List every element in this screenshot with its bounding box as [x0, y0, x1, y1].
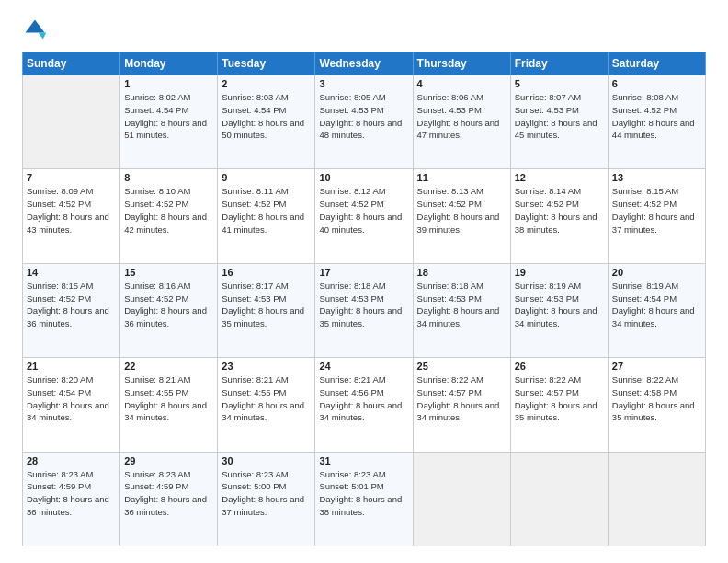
day-number: 9: [222, 172, 311, 183]
daylight-text: Daylight: 8 hours and 37 minutes.: [612, 211, 701, 236]
day-number: 2: [222, 78, 311, 89]
calendar-cell: 6Sunrise: 8:08 AMSunset: 4:52 PMDaylight…: [608, 75, 705, 169]
sunrise-text: Sunrise: 8:13 AM: [417, 185, 506, 198]
sunset-text: Sunset: 4:52 PM: [124, 293, 213, 305]
daylight-text: Daylight: 8 hours and 35 minutes.: [612, 399, 701, 425]
cell-content: Sunrise: 8:05 AMSunset: 4:53 PMDaylight:…: [319, 91, 408, 142]
calendar-cell: 12Sunrise: 8:14 AMSunset: 4:52 PMDayligh…: [510, 169, 608, 263]
calendar-cell: 13Sunrise: 8:15 AMSunset: 4:52 PMDayligh…: [608, 169, 705, 263]
daylight-text: Daylight: 8 hours and 47 minutes.: [417, 117, 506, 143]
day-number: 20: [612, 267, 701, 278]
calendar-cell: 2Sunrise: 8:03 AMSunset: 4:54 PMDaylight…: [218, 75, 315, 169]
daylight-text: Daylight: 8 hours and 34 minutes.: [319, 399, 408, 425]
sunset-text: Sunset: 4:56 PM: [319, 386, 408, 399]
day-number: 15: [124, 267, 213, 278]
calendar-cell: 5Sunrise: 8:07 AMSunset: 4:53 PMDaylight…: [510, 75, 608, 169]
weekday-header: Thursday: [413, 52, 510, 75]
sunset-text: Sunset: 4:52 PM: [612, 104, 701, 117]
sunset-text: Sunset: 4:53 PM: [319, 293, 408, 305]
calendar-cell: 20Sunrise: 8:19 AMSunset: 4:54 PMDayligh…: [608, 263, 705, 357]
sunrise-text: Sunrise: 8:15 AM: [612, 185, 701, 198]
daylight-text: Daylight: 8 hours and 45 minutes.: [515, 117, 604, 143]
daylight-text: Daylight: 8 hours and 36 minutes.: [124, 304, 213, 330]
cell-content: Sunrise: 8:23 AMSunset: 4:59 PMDaylight:…: [27, 468, 116, 519]
calendar-cell: 10Sunrise: 8:12 AMSunset: 4:52 PMDayligh…: [315, 169, 413, 263]
sunset-text: Sunset: 4:52 PM: [319, 198, 408, 211]
day-number: 19: [515, 267, 604, 278]
calendar-cell: 31Sunrise: 8:23 AMSunset: 5:01 PMDayligh…: [315, 452, 413, 546]
sunrise-text: Sunrise: 8:18 AM: [417, 280, 506, 293]
cell-content: Sunrise: 8:16 AMSunset: 4:52 PMDaylight:…: [124, 280, 213, 330]
sunrise-text: Sunrise: 8:18 AM: [319, 280, 408, 293]
sunrise-text: Sunrise: 8:03 AM: [222, 91, 311, 104]
day-number: 22: [124, 361, 213, 372]
calendar-cell: 22Sunrise: 8:21 AMSunset: 4:55 PMDayligh…: [120, 358, 218, 452]
sunrise-text: Sunrise: 8:12 AM: [319, 185, 408, 198]
sunset-text: Sunset: 4:53 PM: [319, 104, 408, 117]
cell-content: Sunrise: 8:23 AMSunset: 5:01 PMDaylight:…: [319, 468, 408, 519]
cell-content: Sunrise: 8:07 AMSunset: 4:53 PMDaylight:…: [515, 91, 604, 142]
cell-content: Sunrise: 8:02 AMSunset: 4:54 PMDaylight:…: [124, 91, 213, 142]
sunset-text: Sunset: 4:52 PM: [124, 198, 213, 211]
calendar-cell: 18Sunrise: 8:18 AMSunset: 4:53 PMDayligh…: [413, 263, 510, 357]
day-number: 30: [222, 455, 311, 466]
calendar-cell: 8Sunrise: 8:10 AMSunset: 4:52 PMDaylight…: [120, 169, 218, 263]
day-number: 23: [222, 361, 311, 372]
sunrise-text: Sunrise: 8:17 AM: [222, 280, 311, 293]
day-number: 12: [515, 172, 604, 183]
sunset-text: Sunset: 4:52 PM: [515, 198, 604, 211]
sunrise-text: Sunrise: 8:23 AM: [319, 468, 408, 481]
daylight-text: Daylight: 8 hours and 36 minutes.: [124, 493, 213, 519]
daylight-text: Daylight: 8 hours and 36 minutes.: [27, 304, 116, 330]
calendar-week: 14Sunrise: 8:15 AMSunset: 4:52 PMDayligh…: [23, 263, 706, 357]
sunset-text: Sunset: 4:59 PM: [27, 480, 116, 493]
weekday-header: Sunday: [23, 52, 120, 75]
day-number: 24: [319, 361, 408, 372]
daylight-text: Daylight: 8 hours and 35 minutes.: [319, 304, 408, 330]
sunrise-text: Sunrise: 8:20 AM: [27, 373, 116, 386]
day-number: 3: [319, 78, 408, 89]
sunset-text: Sunset: 4:52 PM: [27, 293, 116, 305]
daylight-text: Daylight: 8 hours and 34 minutes.: [27, 399, 116, 425]
cell-content: Sunrise: 8:10 AMSunset: 4:52 PMDaylight:…: [124, 185, 213, 236]
svg-marker-0: [26, 20, 45, 33]
cell-content: Sunrise: 8:23 AMSunset: 5:00 PMDaylight:…: [222, 468, 311, 519]
sunset-text: Sunset: 5:01 PM: [319, 480, 408, 493]
cell-content: Sunrise: 8:22 AMSunset: 4:57 PMDaylight:…: [515, 373, 604, 424]
day-number: 1: [124, 78, 213, 89]
calendar-cell: 25Sunrise: 8:22 AMSunset: 4:57 PMDayligh…: [413, 358, 510, 452]
cell-content: Sunrise: 8:20 AMSunset: 4:54 PMDaylight:…: [27, 373, 116, 424]
day-number: 6: [612, 78, 701, 89]
daylight-text: Daylight: 8 hours and 36 minutes.: [27, 493, 116, 519]
calendar-cell: 14Sunrise: 8:15 AMSunset: 4:52 PMDayligh…: [23, 263, 120, 357]
sunrise-text: Sunrise: 8:09 AM: [27, 185, 116, 198]
calendar-cell: 29Sunrise: 8:23 AMSunset: 4:59 PMDayligh…: [120, 452, 218, 546]
sunset-text: Sunset: 4:54 PM: [612, 293, 701, 305]
sunset-text: Sunset: 4:52 PM: [222, 198, 311, 211]
weekday-row: SundayMondayTuesdayWednesdayThursdayFrid…: [23, 52, 706, 75]
sunrise-text: Sunrise: 8:22 AM: [515, 373, 604, 386]
daylight-text: Daylight: 8 hours and 34 minutes.: [417, 304, 506, 330]
sunrise-text: Sunrise: 8:06 AM: [417, 91, 506, 104]
sunrise-text: Sunrise: 8:23 AM: [222, 468, 311, 481]
sunset-text: Sunset: 4:55 PM: [124, 386, 213, 399]
calendar-cell: 26Sunrise: 8:22 AMSunset: 4:57 PMDayligh…: [510, 358, 608, 452]
calendar-cell: 30Sunrise: 8:23 AMSunset: 5:00 PMDayligh…: [218, 452, 315, 546]
day-number: 11: [417, 172, 506, 183]
sunset-text: Sunset: 4:54 PM: [124, 104, 213, 117]
calendar-cell: 9Sunrise: 8:11 AMSunset: 4:52 PMDaylight…: [218, 169, 315, 263]
day-number: 17: [319, 267, 408, 278]
sunrise-text: Sunrise: 8:16 AM: [124, 280, 213, 293]
cell-content: Sunrise: 8:09 AMSunset: 4:52 PMDaylight:…: [27, 185, 116, 236]
sunrise-text: Sunrise: 8:15 AM: [27, 280, 116, 293]
day-number: 7: [27, 172, 116, 183]
day-number: 4: [417, 78, 506, 89]
cell-content: Sunrise: 8:18 AMSunset: 4:53 PMDaylight:…: [319, 280, 408, 330]
sunset-text: Sunset: 4:52 PM: [27, 198, 116, 211]
sunrise-text: Sunrise: 8:14 AM: [515, 185, 604, 198]
day-number: 18: [417, 267, 506, 278]
daylight-text: Daylight: 8 hours and 38 minutes.: [515, 211, 604, 236]
sunset-text: Sunset: 4:57 PM: [417, 386, 506, 399]
daylight-text: Daylight: 8 hours and 34 minutes.: [222, 399, 311, 425]
weekday-header: Wednesday: [315, 52, 413, 75]
